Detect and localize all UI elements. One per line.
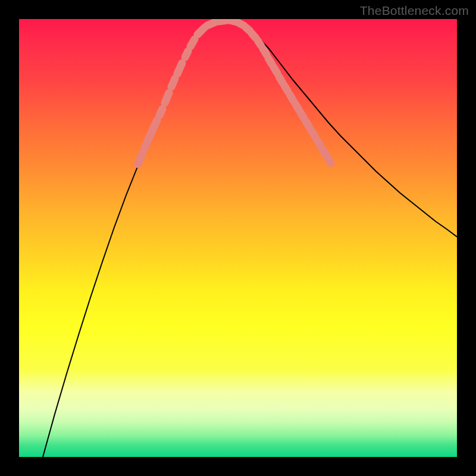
overlay-segment [165, 93, 169, 103]
overlay-segment [258, 40, 261, 46]
chart-svg [19, 19, 457, 457]
overlay-segment [198, 27, 205, 35]
overlay-segment [284, 86, 288, 92]
overlay-segment [322, 148, 325, 154]
overlay-segment [263, 49, 267, 55]
overlay-segment [171, 79, 175, 87]
plot-area [19, 19, 457, 457]
overlay-segment [290, 95, 293, 101]
bottleneck-curve [43, 20, 457, 457]
chart-frame: TheBottleneck.com [0, 0, 476, 476]
overlay-segment [185, 51, 188, 57]
watermark-text: TheBottleneck.com [360, 4, 469, 18]
overlay-segment [268, 58, 272, 64]
overlay-segment [190, 39, 195, 46]
overlay-segment [295, 104, 299, 109]
overlay-segment [274, 67, 277, 73]
overlay-segment [311, 130, 315, 136]
overlay-segment [252, 33, 256, 38]
overlay-segment [306, 121, 309, 127]
overlay-segment [177, 63, 182, 74]
overlay-segment [207, 22, 215, 26]
overlay-segment [327, 157, 331, 163]
overlay-segment [150, 120, 157, 136]
overlay-segment [317, 139, 320, 145]
overlay-markers [138, 20, 331, 164]
overlay-segment [159, 109, 162, 115]
overlay-segment [279, 77, 283, 83]
overlay-segment [138, 154, 142, 164]
overlay-segment [300, 112, 304, 118]
